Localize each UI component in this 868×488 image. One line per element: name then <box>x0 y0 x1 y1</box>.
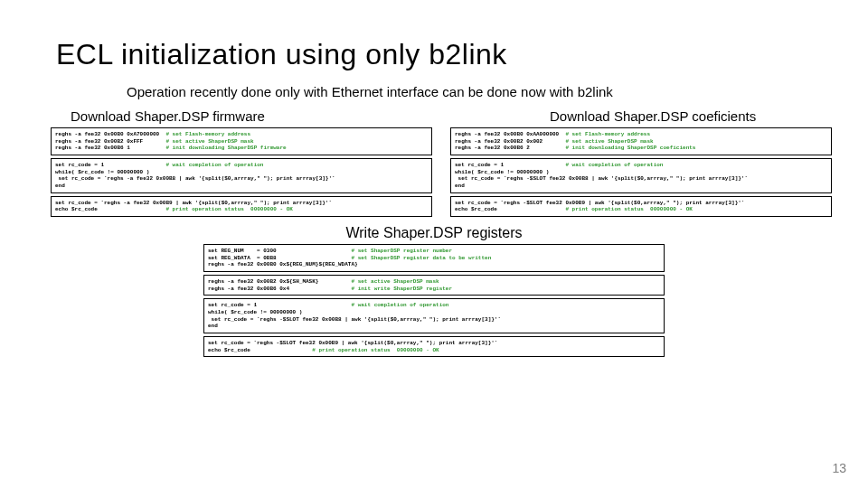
code-comment: # init downloading ShaperDSP firmware <box>165 145 286 151</box>
code-body: set rc_code = 1 # wait completion of ope… <box>455 162 748 189</box>
code-comment: # print operation status 00000000 - OK <box>565 206 692 212</box>
code-comment: # set active ShaperDSP mask <box>165 138 253 145</box>
bottom-code-box-1: set REG_NUM = 0300 # set ShaperDSP regis… <box>203 244 665 272</box>
left-column: Download Shaper.DSP firmware reghs -a fe… <box>51 108 432 220</box>
bottom-code-box-4: set rc_code = `reghs -$SLOT fee32 0x00B9… <box>203 336 665 357</box>
bottom-column: set REG_NUM = 0300 # set ShaperDSP regis… <box>0 244 868 357</box>
code-comment: # set Flash-memory address <box>165 131 250 137</box>
code-body: set rc_code = 1 # wait completion of ope… <box>55 162 335 189</box>
right-code-box-2: set rc_code = 1 # wait completion of ope… <box>450 158 832 193</box>
bottom-section-label: Write Shaper.DSP registers <box>0 225 868 241</box>
code-body: set rc_code = `reghs -$SLOT fee32 0x00B9… <box>208 340 497 353</box>
code-comment: # set Flash-memory address <box>565 131 650 137</box>
code-comment: # set ShaperDSP register data to be writ… <box>351 255 491 261</box>
code-cmd: set REG_NUM = 0300 # set ShaperDSP regis… <box>208 248 491 267</box>
code-comment: # wait completion of operation <box>351 302 448 308</box>
code-comment: # set active ShaperDSP mask <box>565 138 653 145</box>
code-body: set rc_code = `reghs -a fee32 0x00B9 | a… <box>55 200 332 213</box>
page-subtitle: Operation recently done only with Ethern… <box>127 84 868 99</box>
code-comment: # wait completion of operation <box>165 162 263 168</box>
code-body: set rc_code = 1 # wait completion of ope… <box>208 302 501 329</box>
left-section-label: Download Shaper.DSP firmware <box>71 108 432 124</box>
left-code-box-3: set rc_code = `reghs -a fee32 0x00B9 | a… <box>51 196 432 217</box>
code-comment: # set active ShaperDSP mask <box>351 278 439 285</box>
code-cmd: reghs -a fee32 0x00B2 0x${SH_MASK} # set… <box>208 278 452 292</box>
code-comment: # set ShaperDSP register number <box>351 248 452 254</box>
code-body: set rc_code = `reghs -$SLOT fee32 0x00B9… <box>455 200 744 213</box>
code-cmd: reghs -a fee32 0x00B0 0xAA000000 # set F… <box>455 131 695 151</box>
code-comment: # print operation status 00000000 - OK <box>312 347 439 353</box>
left-code-box-2: set rc_code = 1 # wait completion of ope… <box>51 158 432 193</box>
right-code-box-3: set rc_code = `reghs -$SLOT fee32 0x00B9… <box>450 196 832 217</box>
code-cmd: reghs -a fee32 0x00B0 0xA7000000 # set F… <box>55 131 287 151</box>
bottom-code-box-2: reghs -a fee32 0x00B2 0x${SH_MASK} # set… <box>203 275 665 296</box>
left-code-box-1: reghs -a fee32 0x00B0 0xA7000000 # set F… <box>51 127 432 155</box>
code-comment: # wait completion of operation <box>565 162 663 168</box>
bottom-code-box-3: set rc_code = 1 # wait completion of ope… <box>203 298 665 333</box>
code-comment: # init downloading ShaperDSP coeficients <box>565 145 695 151</box>
code-comment: # init write ShaperDSP register <box>351 286 452 292</box>
right-code-box-1: reghs -a fee32 0x00B0 0xAA000000 # set F… <box>450 127 832 155</box>
right-column: Download Shaper.DSP coeficients reghs -a… <box>450 108 832 220</box>
page-title: ECL initialization using only b2link <box>56 38 868 71</box>
code-comment: # print operation status 00000000 - OK <box>165 206 292 212</box>
page-number: 13 <box>832 461 846 475</box>
top-row: Download Shaper.DSP firmware reghs -a fe… <box>0 108 868 220</box>
right-section-label: Download Shaper.DSP coeficients <box>550 108 832 124</box>
